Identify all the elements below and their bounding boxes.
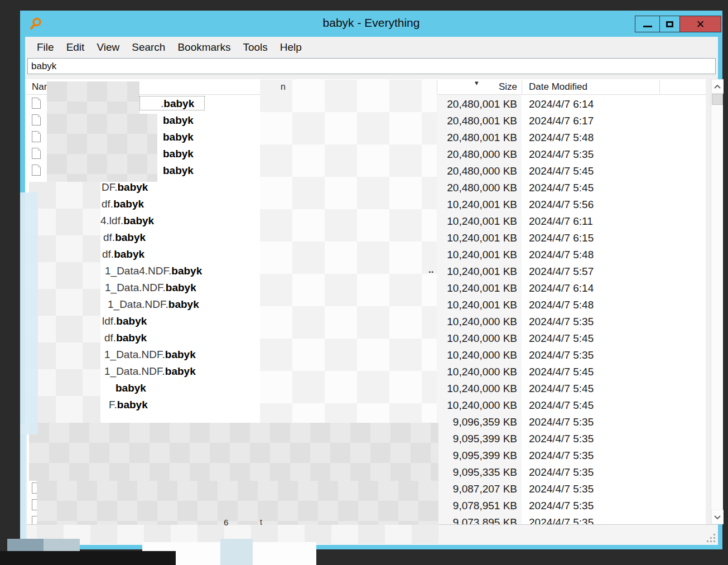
file-date-modified: 2024/4/7 5:35 [529,349,594,361]
file-date-modified: 2024/4/7 5:45 [529,165,594,177]
file-size: 10,240,000 KB [447,366,517,378]
window-content: FileEditViewSearchBookmarksToolsHelp Nam… [25,37,718,545]
file-size: 20,480,000 KB [447,182,517,194]
file-size: 9,096,359 KB [453,416,517,428]
file-name: F.babyk [109,399,148,411]
file-size: 10,240,001 KB [447,265,517,278]
file-name: 1_Data.NDF.babyk [104,365,196,378]
window-title: babyk - Everything [20,16,722,30]
file-size: 20,480,001 KB [447,115,517,127]
file-name: df.babyk [103,231,146,244]
menu-item-bookmarks[interactable]: Bookmarks [171,41,237,54]
file-date-modified: 2024/4/7 6:15 [529,232,594,244]
scroll-up-button[interactable] [711,79,724,94]
resize-grip[interactable] [707,534,716,543]
document-icon [32,148,41,159]
path-header-fragment: n [281,82,286,92]
redaction-blur [220,539,253,565]
file-date-modified: 2024/4/7 5:45 [529,399,594,412]
sort-descending-icon: ▾ [475,79,479,87]
file-size: 20,480,000 KB [447,148,517,161]
file-date-modified: 2024/4/7 6:11 [529,215,593,228]
titlebar[interactable]: babyk - Everything ✕ [20,11,722,37]
file-name: babyk [163,148,194,160]
file-date-modified: 2024/4/7 5:35 [529,148,594,161]
file-size: 10,240,000 KB [447,349,517,361]
file-name: 1_Data.NDF.babyk [105,282,196,294]
column-header-date[interactable]: Date Modified [529,81,587,93]
redaction-blur [20,192,38,434]
file-name: babyk [163,114,194,127]
file-date-modified: 2024/4/7 5:35 [529,516,594,524]
file-date-modified: 2024/4/7 5:35 [529,316,594,328]
file-size: 20,480,001 KB [447,132,517,144]
close-button[interactable]: ✕ [679,16,721,32]
file-name: df.babyk [104,332,147,344]
statusbar-fragment: t [260,518,262,527]
file-date-modified: 2024/4/7 5:35 [529,450,594,462]
path-fragment: .. [428,264,433,276]
everything-window: babyk - Everything ✕ FileEditViewSearchB… [20,11,722,549]
file-date-modified: 2024/4/7 5:35 [529,416,594,428]
file-name: DF.babyk [102,181,148,194]
file-size: 10,240,001 KB [447,282,517,294]
file-size: 20,480,000 KB [447,165,517,177]
redaction-blur [20,424,27,549]
column-separator[interactable] [522,80,522,94]
column-separator[interactable] [437,80,437,94]
redaction-blur [47,81,139,114]
redaction-blur [0,551,176,565]
vertical-scrollbar[interactable] [711,79,723,524]
file-date-modified: 2024/4/7 5:45 [529,366,594,378]
file-size: 10,240,001 KB [447,299,517,311]
file-size: 9,095,399 KB [453,433,517,445]
column-separator[interactable] [659,80,660,94]
file-size: 9,078,951 KB [453,500,517,512]
document-icon [32,114,41,125]
menu-item-file[interactable]: File [31,41,60,54]
redaction-blur [47,114,157,182]
file-name: df.babyk [102,198,144,210]
file-size: 10,240,001 KB [447,249,517,261]
file-date-modified: 2024/4/7 5:48 [529,249,594,261]
file-size: 9,087,207 KB [453,483,517,495]
maximize-button[interactable] [659,16,680,32]
file-size: 10,240,000 KB [447,399,517,412]
file-date-modified: 2024/4/7 5:35 [529,433,594,445]
file-date-modified: 2024/4/7 5:56 [529,199,594,211]
file-name: babyk [163,131,194,143]
file-size: 9,095,399 KB [453,450,517,462]
file-date-modified: 2024/4/7 6:17 [529,115,594,127]
scrollbar-thumb[interactable] [712,94,723,105]
file-date-modified: 2024/4/7 5:45 [529,332,594,345]
search-input[interactable] [27,58,716,74]
menu-item-search[interactable]: Search [126,41,171,54]
minimize-icon [643,26,652,27]
file-name: 1_Data.NDF.babyk [108,298,199,311]
file-date-modified: 2024/4/7 6:14 [529,282,594,294]
file-date-modified: 2024/4/7 6:14 [529,98,594,110]
file-size: 9,073,895 KB [453,516,517,524]
file-date-modified: 2024/4/7 5:48 [529,132,594,144]
redaction-blur [29,423,438,481]
file-date-modified: 2024/4/7 5:57 [529,265,594,278]
file-date-modified: 2024/4/7 5:35 [529,500,594,512]
document-icon [32,98,41,109]
file-size: 10,240,001 KB [447,215,517,228]
file-size: 10,240,000 KB [447,316,517,328]
file-date-modified: 2024/4/7 5:48 [529,299,594,311]
menu-item-edit[interactable]: Edit [60,41,91,54]
file-name: 1_Data4.NDF.babyk [105,265,202,277]
menu-item-help[interactable]: Help [274,41,308,54]
document-icon [32,131,41,142]
minimize-button[interactable] [635,16,660,32]
close-icon: ✕ [696,19,705,30]
file-name: 1_Data.NDF.babyk [104,349,196,361]
document-icon [32,165,41,176]
menu-item-tools[interactable]: Tools [237,41,273,54]
redaction-blur [29,182,100,433]
chevron-down-icon [714,515,721,519]
menu-item-view[interactable]: View [90,41,126,54]
scroll-down-button[interactable] [711,510,724,524]
file-date-modified: 2024/4/7 5:45 [529,182,594,194]
